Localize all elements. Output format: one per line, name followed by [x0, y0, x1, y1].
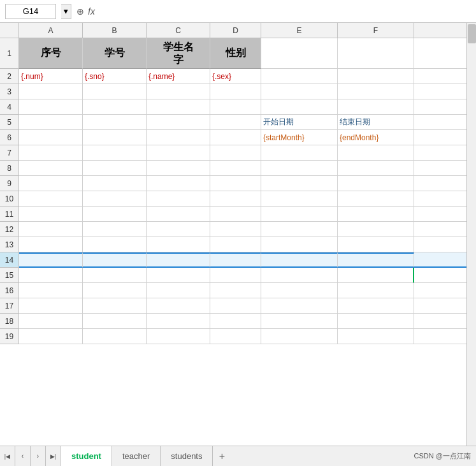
cell-F11[interactable]: [338, 207, 414, 222]
cell-F2[interactable]: [338, 69, 414, 84]
cell-A4[interactable]: [19, 99, 83, 115]
cell-B15[interactable]: [83, 268, 147, 283]
cell-C7[interactable]: [147, 145, 210, 161]
cell-D17[interactable]: [210, 298, 261, 314]
cell-C15[interactable]: [147, 268, 210, 283]
cell-E11[interactable]: [261, 207, 338, 222]
cell-C16[interactable]: [147, 283, 210, 298]
cell-E19[interactable]: [261, 329, 338, 344]
cell-D4[interactable]: [210, 99, 261, 115]
cell-A10[interactable]: [19, 191, 83, 207]
cell-A18[interactable]: [19, 314, 83, 329]
cell-D9[interactable]: [210, 176, 261, 191]
cell-B9[interactable]: [83, 176, 147, 191]
cell-B10[interactable]: [83, 191, 147, 207]
cell-B12[interactable]: [83, 222, 147, 237]
cell-D16[interactable]: [210, 283, 261, 298]
cell-F1[interactable]: [338, 38, 414, 69]
cell-E9[interactable]: [261, 176, 338, 191]
cell-F8[interactable]: [338, 161, 414, 176]
cell-C14[interactable]: [147, 252, 210, 268]
cell-D15[interactable]: [210, 268, 261, 283]
cell-B4[interactable]: [83, 99, 147, 115]
cell-D2[interactable]: {.sex}: [210, 69, 261, 84]
col-header-C[interactable]: C: [147, 23, 210, 38]
col-header-A[interactable]: A: [19, 23, 83, 38]
cell-E17[interactable]: [261, 298, 338, 314]
cell-C11[interactable]: [147, 207, 210, 222]
cell-E4[interactable]: [261, 99, 338, 115]
cell-F6[interactable]: {endMonth}: [338, 130, 414, 145]
cell-E12[interactable]: [261, 222, 338, 237]
cell-C17[interactable]: [147, 298, 210, 314]
cell-A16[interactable]: [19, 283, 83, 298]
cell-A11[interactable]: [19, 207, 83, 222]
cell-C1[interactable]: 学生名字: [147, 38, 210, 69]
col-header-E[interactable]: E: [261, 23, 338, 38]
cell-D18[interactable]: [210, 314, 261, 329]
cell-A6[interactable]: [19, 130, 83, 145]
cell-B19[interactable]: [83, 329, 147, 344]
cell-C4[interactable]: [147, 99, 210, 115]
tab-first-btn[interactable]: |◀: [0, 446, 15, 466]
cell-B11[interactable]: [83, 207, 147, 222]
cell-E8[interactable]: [261, 161, 338, 176]
cell-A15[interactable]: [19, 268, 83, 283]
cell-D5[interactable]: [210, 115, 261, 130]
cell-E7[interactable]: [261, 145, 338, 161]
cell-A7[interactable]: [19, 145, 83, 161]
col-header-D[interactable]: D: [210, 23, 261, 38]
cell-A2[interactable]: {.num}: [19, 69, 83, 84]
cell-F7[interactable]: [338, 145, 414, 161]
cell-A12[interactable]: [19, 222, 83, 237]
cell-E14[interactable]: [261, 252, 338, 268]
cell-B6[interactable]: [83, 130, 147, 145]
cell-C3[interactable]: [147, 84, 210, 99]
cell-F12[interactable]: [338, 222, 414, 237]
col-header-F[interactable]: F: [338, 23, 414, 38]
cell-A13[interactable]: [19, 237, 83, 252]
cell-E3[interactable]: [261, 84, 338, 99]
cell-B18[interactable]: [83, 314, 147, 329]
tab-add-button[interactable]: +: [213, 446, 231, 466]
cell-D10[interactable]: [210, 191, 261, 207]
cell-A3[interactable]: [19, 84, 83, 99]
cell-E2[interactable]: [261, 69, 338, 84]
cell-C19[interactable]: [147, 329, 210, 344]
cell-B8[interactable]: [83, 161, 147, 176]
tab-student[interactable]: student: [61, 446, 112, 466]
cell-F3[interactable]: [338, 84, 414, 99]
cell-C18[interactable]: [147, 314, 210, 329]
cell-C9[interactable]: [147, 176, 210, 191]
tab-students[interactable]: students: [161, 446, 213, 466]
cell-C2[interactable]: {.name}: [147, 69, 210, 84]
cell-F19[interactable]: [338, 329, 414, 344]
cell-A14[interactable]: [19, 252, 83, 268]
cell-C10[interactable]: [147, 191, 210, 207]
tab-prev-btn[interactable]: ‹: [15, 446, 31, 466]
cell-D13[interactable]: [210, 237, 261, 252]
cell-B16[interactable]: [83, 283, 147, 298]
cell-B17[interactable]: [83, 298, 147, 314]
cell-B2[interactable]: {.sno}: [83, 69, 147, 84]
tab-teacher[interactable]: teacher: [112, 446, 161, 466]
tab-next-btn[interactable]: ›: [31, 446, 46, 466]
cell-D14[interactable]: [210, 252, 261, 268]
cell-F10[interactable]: [338, 191, 414, 207]
cell-E13[interactable]: [261, 237, 338, 252]
cell-C13[interactable]: [147, 237, 210, 252]
col-header-B[interactable]: B: [83, 23, 147, 38]
cell-F18[interactable]: [338, 314, 414, 329]
cell-D8[interactable]: [210, 161, 261, 176]
cell-B14[interactable]: [83, 252, 147, 268]
cell-C6[interactable]: [147, 130, 210, 145]
cell-E18[interactable]: [261, 314, 338, 329]
cell-F9[interactable]: [338, 176, 414, 191]
name-box[interactable]: G14: [5, 4, 56, 19]
cell-E5[interactable]: 开始日期: [261, 115, 338, 130]
cell-E16[interactable]: [261, 283, 338, 298]
formula-input[interactable]: [100, 4, 471, 19]
tab-last-btn[interactable]: ▶|: [46, 446, 61, 466]
cell-E15[interactable]: [261, 268, 338, 283]
cell-A17[interactable]: [19, 298, 83, 314]
